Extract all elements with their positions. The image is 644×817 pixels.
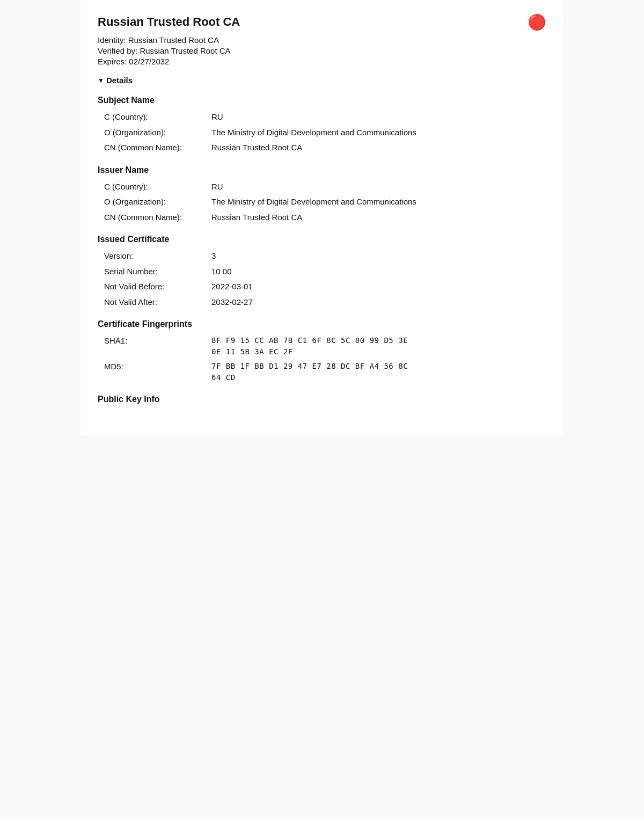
- certificate-panel: Russian Trusted Root CA 🔴 Identity: Russ…: [80, 0, 564, 435]
- field-value: Russian Trusted Root CA: [205, 210, 546, 225]
- issuer-name-section: Issuer Name C (Country):RUO (Organizatio…: [98, 165, 546, 225]
- details-label: Details: [106, 76, 133, 85]
- issued-certificate-section: Issued Certificate Version:3Serial Numbe…: [98, 235, 546, 310]
- field-label: Not Valid After:: [98, 295, 205, 310]
- sha1-line1: 8F F9 15 CC AB 7B C1 6F 8C 5C 80 99 D5 3…: [211, 335, 543, 346]
- subject-name-section: Subject Name C (Country):RUO (Organizati…: [98, 96, 546, 156]
- md5-row: MD5: 7F BB 1F BB D1 29 47 E7 28 DC BF A4…: [98, 359, 546, 385]
- public-key-section: Public Key Info: [98, 395, 546, 404]
- cert-identity: Identity: Russian Trusted Root CA: [98, 35, 546, 45]
- table-row: Not Valid Before:2022-03-01: [98, 279, 546, 295]
- field-value: RU: [205, 110, 546, 125]
- public-key-title: Public Key Info: [98, 395, 546, 404]
- table-row: O (Organization):The Ministry of Digital…: [98, 125, 546, 141]
- fingerprints-section: Certificate Fingerprints SHA1: 8F F9 15 …: [98, 319, 546, 385]
- cert-header: Russian Trusted Root CA 🔴: [98, 15, 546, 30]
- field-label: O (Organization):: [98, 125, 205, 141]
- details-arrow-icon: ▼: [98, 77, 104, 84]
- fingerprints-table: SHA1: 8F F9 15 CC AB 7B C1 6F 8C 5C 80 9…: [98, 333, 546, 385]
- fingerprints-title: Certificate Fingerprints: [98, 319, 546, 329]
- field-label: Serial Number:: [98, 264, 205, 280]
- cert-meta: Identity: Russian Trusted Root CA Verifi…: [98, 35, 546, 66]
- table-row: Not Valid After:2032-02-27: [98, 295, 546, 310]
- md5-value: 7F BB 1F BB D1 29 47 E7 28 DC BF A4 56 8…: [205, 359, 546, 385]
- sha1-value: 8F F9 15 CC AB 7B C1 6F 8C 5C 80 99 D5 3…: [205, 333, 546, 359]
- table-row: C (Country):RU: [98, 179, 546, 195]
- issuer-name-title: Issuer Name: [98, 165, 546, 175]
- field-label: C (Country):: [98, 179, 205, 195]
- sha1-row: SHA1: 8F F9 15 CC AB 7B C1 6F 8C 5C 80 9…: [98, 333, 546, 359]
- field-value: The Ministry of Digital Development and …: [205, 125, 546, 141]
- field-value: 2022-03-01: [205, 279, 546, 295]
- table-row: CN (Common Name):Russian Trusted Root CA: [98, 210, 546, 225]
- field-value: RU: [205, 179, 546, 195]
- md5-label: MD5:: [98, 359, 205, 385]
- field-value: 10 00: [205, 264, 546, 280]
- field-label: O (Organization):: [98, 194, 205, 210]
- field-value: 2032-02-27: [205, 295, 546, 310]
- field-value: The Ministry of Digital Development and …: [205, 194, 546, 210]
- md5-line2: 64 CD: [211, 372, 543, 383]
- table-row: O (Organization):The Ministry of Digital…: [98, 194, 546, 210]
- sha1-label: SHA1:: [98, 333, 205, 359]
- field-label: Version:: [98, 249, 205, 264]
- field-value: Russian Trusted Root CA: [205, 140, 546, 156]
- cert-title: Russian Trusted Root CA: [98, 15, 240, 29]
- field-label: C (Country):: [98, 110, 205, 125]
- md5-line1: 7F BB 1F BB D1 29 47 E7 28 DC BF A4 56 8…: [211, 361, 543, 372]
- field-label: CN (Common Name):: [98, 210, 205, 225]
- table-row: Serial Number:10 00: [98, 264, 546, 280]
- field-label: CN (Common Name):: [98, 140, 205, 156]
- cert-verified-by: Verified by: Russian Trusted Root CA: [98, 46, 546, 55]
- table-row: Version:3: [98, 249, 546, 264]
- certificate-badge-icon: 🔴: [528, 15, 546, 30]
- details-toggle[interactable]: ▼ Details: [98, 76, 546, 85]
- cert-expires: Expires: 02/27/2032: [98, 57, 546, 66]
- issued-certificate-title: Issued Certificate: [98, 235, 546, 244]
- table-row: CN (Common Name):Russian Trusted Root CA: [98, 140, 546, 156]
- field-label: Not Valid Before:: [98, 279, 205, 295]
- issuer-name-table: C (Country):RUO (Organization):The Minis…: [98, 179, 546, 225]
- issued-certificate-table: Version:3Serial Number:10 00Not Valid Be…: [98, 249, 546, 310]
- subject-name-title: Subject Name: [98, 96, 546, 105]
- table-row: C (Country):RU: [98, 110, 546, 125]
- subject-name-table: C (Country):RUO (Organization):The Minis…: [98, 110, 546, 156]
- field-value: 3: [205, 249, 546, 264]
- sha1-line2: 0E 11 5B 3A EC 2F: [211, 346, 543, 358]
